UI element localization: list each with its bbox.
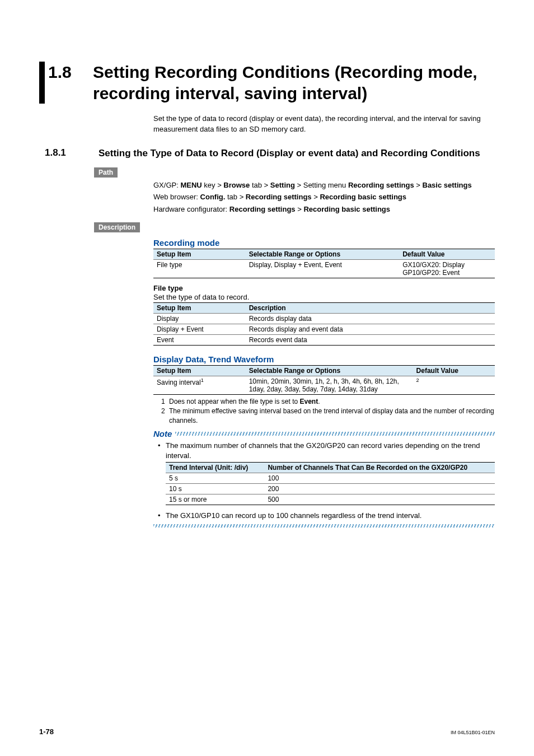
- cell-desc: Records event data: [246, 335, 495, 346]
- footnote-1-text-c: .: [318, 398, 320, 405]
- th-options: Selectable Range or Options: [246, 249, 400, 260]
- path-line2-t1: tab >: [225, 193, 246, 201]
- th-setup-item: Setup Item: [153, 366, 246, 376]
- table-row: 5 s 100: [166, 473, 495, 484]
- subsection-number: 1.8.1: [45, 147, 99, 158]
- file-type-table: Setup Item Description Display Records d…: [153, 302, 495, 346]
- table-row: Saving interval1 10min, 20min, 30min, 1h…: [153, 376, 495, 395]
- file-type-heading: File type: [153, 284, 495, 292]
- cell-channels: 100: [264, 473, 495, 484]
- note-bullet-2: • The GX10/GP10 can record up to 100 cha…: [158, 511, 495, 521]
- footnote-1: 1 Does not appear when the file type is …: [161, 397, 495, 407]
- cell-options: Display, Display + Event, Event: [246, 260, 400, 278]
- footnote-block: 1 Does not appear when the file type is …: [161, 397, 495, 425]
- cell-item: Display: [153, 314, 246, 324]
- cell-item: File type: [153, 260, 246, 278]
- th-setup-item: Setup Item: [153, 249, 246, 260]
- path-line1-browse: Browse: [223, 181, 250, 189]
- bullet-dot-icon: •: [158, 441, 166, 461]
- path-line2-recset: Recording settings: [246, 193, 312, 201]
- th-options: Selectable Range or Options: [246, 366, 413, 376]
- section-header: 1.8 Setting Recording Conditions (Record…: [39, 62, 495, 104]
- path-line1-pre: GX/GP:: [153, 181, 180, 189]
- recording-mode-heading: Recording mode: [153, 238, 495, 248]
- cell-interval: 10 s: [166, 484, 264, 494]
- note-header: Note: [153, 429, 495, 438]
- footnote-1-text-b: Event: [299, 398, 318, 405]
- cell-default: GX10/GX20: Display GP10/GP20: Event: [399, 260, 495, 278]
- description-label: Description: [94, 222, 140, 232]
- th-description: Description: [246, 303, 495, 314]
- footnote-1-text-a: Does not appear when the file type is se…: [169, 398, 299, 405]
- subsection-title: Setting the Type of Data to Record (Disp…: [99, 147, 495, 160]
- th-channel-count: Number of Channels That Can Be Recorded …: [264, 463, 495, 473]
- th-default: Default Value: [413, 366, 495, 376]
- path-line1-t1: key >: [202, 181, 224, 189]
- cell-item: Display + Event: [153, 324, 246, 335]
- path-line1-basic: Basic settings: [423, 181, 472, 189]
- trend-interval-table: Trend Interval (Unit: /div) Number of Ch…: [166, 462, 495, 505]
- note-label: Note: [153, 429, 172, 438]
- path-line1-setting: Setting: [270, 181, 295, 189]
- file-type-intro: Set the type of data to record.: [153, 293, 495, 301]
- cell-channels: 200: [264, 484, 495, 494]
- note-end-hatch-icon: [153, 524, 495, 528]
- th-setup-item: Setup Item: [153, 303, 246, 314]
- note-bullet-2-text: The GX10/GP10 can record up to 100 chann…: [166, 511, 495, 521]
- bullet-dot-icon: •: [158, 511, 166, 521]
- display-data-heading: Display Data, Trend Waveform: [153, 354, 495, 364]
- path-line1-t2: tab >: [250, 181, 270, 189]
- description-body: Recording mode Setup Item Selectable Ran…: [153, 238, 495, 528]
- path-block: Path: [39, 167, 495, 178]
- cell-desc: Records display and event data: [246, 324, 495, 335]
- cell-interval: 5 s: [166, 473, 264, 484]
- th-default: Default Value: [399, 249, 495, 260]
- path-line2-basic: Recording basic settings: [320, 193, 406, 201]
- path-body: GX/GP: MENU key > Browse tab > Setting >…: [153, 180, 495, 215]
- footnote-2-text: The minimum effective saving interval ba…: [169, 407, 495, 426]
- display-data-table: Setup Item Selectable Range or Options D…: [153, 365, 495, 395]
- table-row: 10 s 200: [166, 484, 495, 494]
- path-line1-t4: >: [414, 181, 423, 189]
- cell-default-sup: 2: [416, 377, 419, 383]
- table-row: 15 s or more 500: [166, 494, 495, 505]
- path-line3-recset: Recording settings: [229, 205, 296, 213]
- page-footer: 1-78 IM 04L51B01-01EN: [39, 727, 495, 736]
- cell-item-sup: 1: [201, 377, 204, 383]
- recording-mode-table: Setup Item Selectable Range or Options D…: [153, 249, 495, 278]
- path-line1-recset: Recording settings: [348, 181, 414, 189]
- section-lead-paragraph: Set the type of data to record (display …: [153, 114, 495, 135]
- path-line3-pre: Hardware configurator:: [153, 205, 229, 213]
- path-label: Path: [94, 167, 118, 178]
- path-line2-pre: Web browser:: [153, 193, 200, 201]
- path-line2-config: Config.: [200, 193, 226, 201]
- path-line3-basic: Recording basic settings: [303, 205, 390, 213]
- path-line1-t3: > Setting menu: [295, 181, 348, 189]
- document-id: IM 04L51B01-01EN: [451, 730, 495, 735]
- footnote-1-num: 1: [161, 397, 169, 407]
- page-number: 1-78: [39, 727, 54, 736]
- cell-default-l1: GX10/GX20: Display: [402, 261, 491, 269]
- cell-item: Event: [153, 335, 246, 346]
- footnote-2: 2 The minimum effective saving interval …: [161, 407, 495, 426]
- section-number: 1.8: [48, 62, 93, 82]
- section-accent-bar: [39, 62, 45, 104]
- cell-item: Saving interval1: [153, 376, 246, 395]
- subsection-header: 1.8.1 Setting the Type of Data to Record…: [39, 147, 495, 160]
- cell-default: 2: [413, 376, 495, 395]
- cell-desc: Records display data: [246, 314, 495, 324]
- section-title: Setting Recording Conditions (Recording …: [93, 62, 495, 104]
- description-block: Description: [39, 222, 495, 232]
- path-line2-t2: >: [312, 193, 320, 201]
- table-row: File type Display, Display + Event, Even…: [153, 260, 495, 278]
- note-bullet-1-text: The maximum number of channels that the …: [166, 441, 495, 461]
- note-hatch-icon: [175, 432, 495, 436]
- cell-channels: 500: [264, 494, 495, 505]
- path-line1-menu: MENU: [180, 181, 202, 189]
- cell-interval: 15 s or more: [166, 494, 264, 505]
- note-bullet-1: • The maximum number of channels that th…: [158, 441, 495, 461]
- cell-options: 10min, 20min, 30min, 1h, 2, h, 3h, 4h, 6…: [246, 376, 413, 395]
- footnote-2-num: 2: [161, 407, 169, 426]
- table-row: Display + Event Records display and even…: [153, 324, 495, 335]
- table-row: Display Records display data: [153, 314, 495, 324]
